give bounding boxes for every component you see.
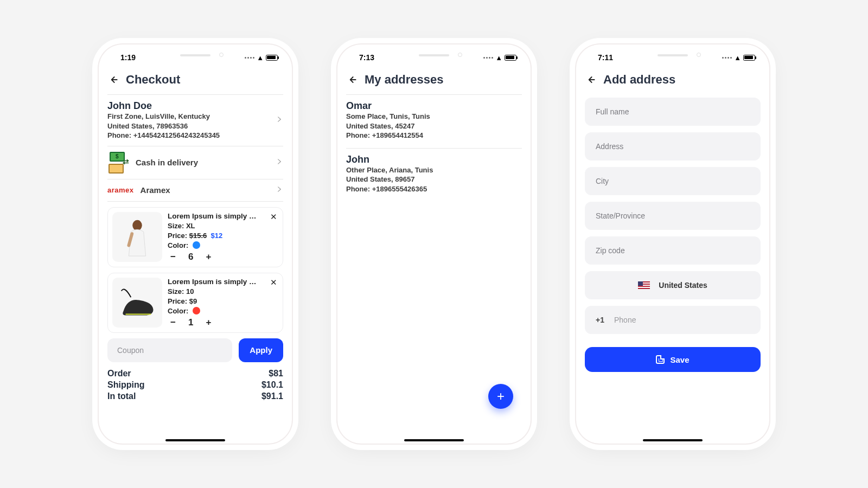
aramex-logo: aramex	[107, 186, 134, 194]
product-thumbnail	[112, 212, 162, 262]
product-size: Size: 10	[168, 287, 278, 296]
fullname-field[interactable]: Full name	[585, 98, 761, 126]
phone-add-address: 7:11 ▲ Add address Full name Address Cit…	[575, 43, 770, 445]
back-button[interactable]	[107, 74, 119, 86]
chevron-right-icon	[276, 115, 283, 125]
status-icons: ▲	[483, 50, 520, 65]
product-title: Lorem Ipsum is simply …	[168, 212, 278, 220]
payment-label: Cash in delivery	[136, 157, 269, 168]
address-line1: First Zone, LuisVille, Kentucky	[107, 112, 269, 121]
price-original: $15.6	[189, 232, 207, 240]
recipient-name: John Doe	[107, 100, 269, 112]
price-label: Price:	[168, 297, 189, 305]
save-button[interactable]: Save	[585, 347, 761, 372]
chevron-right-icon	[276, 158, 283, 167]
home-indicator	[404, 439, 464, 441]
qty-plus-button[interactable]: +	[203, 252, 214, 262]
page-title: Checkout	[126, 73, 180, 87]
qty-value: 6	[188, 252, 193, 262]
qty-value: 1	[188, 317, 193, 328]
price-label: Price:	[168, 232, 189, 240]
svg-point-0	[132, 220, 142, 231]
cash-icon: ⇄	[107, 152, 129, 174]
address-item[interactable]: Omar Some Place, Tunis, Tunis United Sta…	[346, 95, 522, 148]
shipping-method-row[interactable]: aramex Aramex	[107, 179, 283, 201]
status-icons: ▲	[244, 50, 281, 65]
cart-item: ✕ Lorem Ipsum is simply … Size: XL Price…	[107, 207, 283, 267]
product-title: Lorem Ipsum is simply …	[168, 278, 278, 286]
wifi-icon: ▲	[257, 54, 264, 62]
qty-minus-button[interactable]: −	[168, 317, 178, 328]
country-label: United States	[659, 281, 707, 290]
wifi-icon: ▲	[734, 54, 741, 62]
phone-country-code: +1	[596, 316, 604, 324]
qty-minus-button[interactable]: −	[168, 252, 178, 262]
status-time: 7:13	[348, 50, 385, 65]
state-field[interactable]: State/Province	[585, 202, 761, 230]
country-selector[interactable]: United States	[585, 271, 761, 299]
phone-placeholder: Phone	[614, 316, 636, 324]
payment-method-row[interactable]: ⇄ Cash in delivery	[107, 146, 283, 179]
battery-icon	[743, 55, 755, 61]
product-size: Size: XL	[168, 222, 278, 230]
address-phone: Phone: +14454241256424324534​5	[107, 131, 269, 140]
price-discount: $12	[211, 232, 223, 240]
address-field[interactable]: Address	[585, 132, 761, 160]
cellular-icon	[483, 57, 493, 59]
battery-icon	[505, 55, 516, 61]
battery-icon	[266, 55, 278, 61]
wifi-icon: ▲	[495, 54, 502, 62]
address-line2: United States, 78963536	[107, 121, 269, 131]
apply-button[interactable]: Apply	[239, 338, 283, 362]
phone-checkout: 1:19 ▲ Checkout John Doe First Zone, Lui…	[98, 43, 293, 445]
remove-item-button[interactable]: ✕	[270, 278, 277, 287]
status-time: 7:11	[587, 50, 624, 65]
order-summary: Order$81 Shipping$10.1 In total$91.1	[107, 369, 283, 401]
add-address-fab[interactable]: +	[488, 384, 513, 409]
phone-field[interactable]: +1 Phone	[585, 306, 761, 334]
city-field[interactable]: City	[585, 167, 761, 195]
product-thumbnail	[112, 278, 162, 328]
address-item[interactable]: John Other Place, Ariana, Tunis United S…	[346, 149, 522, 202]
back-button[interactable]	[346, 74, 358, 86]
cellular-icon	[245, 57, 254, 59]
color-swatch	[193, 241, 200, 249]
coupon-input[interactable]: Coupon	[107, 338, 232, 362]
color-label: Color:	[168, 241, 188, 249]
color-label: Color:	[168, 307, 188, 315]
back-button[interactable]	[585, 74, 597, 86]
chevron-right-icon	[276, 185, 283, 195]
shipping-address-row[interactable]: John Doe First Zone, LuisVille, Kentucky…	[107, 95, 283, 146]
home-indicator	[165, 439, 225, 441]
carrier-label: Aramex	[141, 185, 269, 196]
page-title: My addresses	[365, 73, 444, 87]
cellular-icon	[722, 57, 732, 59]
remove-item-button[interactable]: ✕	[270, 212, 277, 222]
status-icons: ▲	[722, 50, 758, 65]
color-swatch	[193, 307, 200, 314]
phone-addresses: 7:13 ▲ My addresses Omar Some Place, Tun…	[336, 43, 532, 445]
zip-field[interactable]: Zip code	[585, 236, 761, 265]
page-title: Add address	[603, 73, 675, 87]
us-flag-icon	[638, 281, 650, 289]
status-time: 1:19	[110, 50, 146, 65]
save-icon	[656, 355, 665, 364]
price-original: $9	[189, 297, 197, 305]
qty-plus-button[interactable]: +	[203, 317, 214, 328]
cart-item: ✕ Lorem Ipsum is simply … Size: 10 Price…	[107, 273, 283, 333]
home-indicator	[643, 439, 703, 441]
